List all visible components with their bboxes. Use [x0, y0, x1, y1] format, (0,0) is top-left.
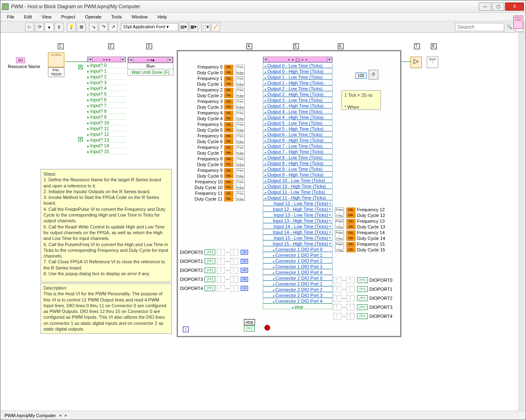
- output-terminal-14[interactable]: Output 7 - Low Time (Ticks): [263, 143, 332, 148]
- step-out-button[interactable]: ↗: [109, 23, 118, 32]
- input-tick-terminal-3[interactable]: Input 13 - High Time (Ticks): [263, 217, 332, 223]
- dioport-in-3[interactable]: DIOPORT3[TF]U8: [179, 275, 248, 284]
- output-terminal-16[interactable]: Output 8 - Low Time (Ticks): [263, 154, 332, 160]
- input-tick-terminal-0[interactable]: Input 12 - Low Time (Ticks): [263, 200, 332, 206]
- stop-control[interactable]: stop [TF]: [244, 319, 255, 331]
- connector-terminal-7[interactable]: Connector 2 DIO Port 2: [263, 286, 332, 292]
- dioport-in-1[interactable]: DIOPORT1[TF]U8: [179, 257, 248, 266]
- connector-terminal-6[interactable]: Connector 2 DIO Port 1: [263, 281, 332, 286]
- run-continuous-button[interactable]: ⟳: [35, 23, 44, 32]
- input-terminal-4[interactable]: Input? 4: [87, 85, 126, 91]
- connector-terminal-1[interactable]: Connector 1 DIO Port 1: [263, 252, 332, 258]
- output-terminal-17[interactable]: Output 8 - High Time (Ticks): [263, 160, 332, 166]
- output-terminal-2[interactable]: Output 1 - Low Time (Ticks): [263, 74, 332, 80]
- input-tick-terminal-7[interactable]: Input 15 - High Time (Ticks): [263, 240, 332, 246]
- input-tick-terminal-5[interactable]: Input 14 - High Time (Ticks): [263, 229, 332, 235]
- menu-view[interactable]: View: [37, 14, 57, 20]
- connector-terminal-8[interactable]: Connector 2 DIO Port 3: [263, 292, 332, 298]
- output-terminal-0[interactable]: Output 0 - Low Time (Ticks): [263, 62, 332, 68]
- input-terminal-6[interactable]: Input? 6: [87, 97, 126, 103]
- maximize-button[interactable]: ▢: [492, 2, 504, 11]
- output-terminal-9[interactable]: Output 4 - High Time (Ticks): [263, 114, 332, 120]
- read-write-control-node[interactable]: ◂∘ ∘ ▢ ∘ ∘▸ Output 0 - Low Time (Ticks)O…: [263, 57, 332, 309]
- dioport-out-1[interactable]: [TF]DIOPORT1: [333, 285, 394, 294]
- connector-terminal-4[interactable]: Connector 1 DIO Port 4: [263, 269, 332, 275]
- input-terminal-13[interactable]: Input? 13: [87, 137, 126, 143]
- align-button[interactable]: ▤▾: [179, 23, 188, 32]
- connector-terminal-2[interactable]: Connector 1 DIO Port 2: [263, 258, 332, 263]
- input-terminal-11[interactable]: Input? 11: [87, 126, 126, 131]
- connector-terminal-0[interactable]: Connector 1 DIO Port 0: [263, 246, 332, 252]
- input-tick-terminal-4[interactable]: Input 14 - Low Time (Ticks): [263, 223, 332, 229]
- output-terminal-22[interactable]: Output 11 - Low Time (Ticks): [263, 189, 332, 194]
- close-fpga-ref-node[interactable]: ▷: [410, 57, 422, 68]
- input-terminal-14[interactable]: Input? 14: [87, 143, 126, 148]
- close-button[interactable]: X: [505, 2, 524, 11]
- input-terminal-10[interactable]: Input? 10: [87, 120, 126, 126]
- true-constant[interactable]: T: [78, 137, 83, 142]
- cleanup-button[interactable]: 🧹: [211, 23, 220, 32]
- wait-ms-icon[interactable]: ⏱: [369, 70, 378, 80]
- output-terminal-23[interactable]: Output 11 - High Time (Ticks): [263, 194, 332, 200]
- font-selector[interactable]: 15pt Application Font ▾: [121, 23, 178, 31]
- input-terminal-15[interactable]: Input? 15: [87, 148, 126, 154]
- output-terminal-12[interactable]: Output 6 - Low Time (Ticks): [263, 131, 332, 137]
- retain-wire-button[interactable]: ⊞: [77, 23, 86, 32]
- input-tick-terminal-1[interactable]: Input 12 - High Time (Ticks): [263, 206, 332, 212]
- output-terminal-20[interactable]: Output 10 - Low Time (Ticks): [263, 177, 332, 183]
- input-terminal-5[interactable]: Input? 5: [87, 91, 126, 97]
- step-into-button[interactable]: ↘: [89, 23, 98, 32]
- false-constant[interactable]: F: [78, 65, 83, 69]
- error-handler-node[interactable]: Error!: [427, 57, 438, 68]
- input-terminal-7[interactable]: Input? 7: [87, 103, 126, 108]
- output-terminal-5[interactable]: Output 2 - High Time (Ticks): [263, 91, 332, 97]
- output-terminal-11[interactable]: Output 5 - High Time (Ticks): [263, 126, 332, 131]
- status-nav-left[interactable]: ◂: [57, 413, 63, 418]
- input-terminal-1[interactable]: Input? 1: [87, 68, 126, 74]
- menu-tools[interactable]: Tools: [106, 14, 127, 20]
- menu-project[interactable]: Project: [56, 14, 80, 20]
- output-terminal-6[interactable]: Output 3 - Low Time (Ticks): [263, 97, 332, 103]
- reorder-button[interactable]: ⬚▾: [201, 23, 210, 32]
- open-fpga-ref-node[interactable]: LV FPGA PXI-7831R: [48, 52, 64, 77]
- dioport-in-4[interactable]: DIOPORT4[TF]U8: [179, 284, 248, 293]
- connector-terminal-9[interactable]: Connector 2 DIO Port 4: [263, 298, 332, 304]
- block-diagram-canvas[interactable]: 1. 2. 3. 4. 5. 6. 7. 8. I/O Resource Nam…: [0, 33, 519, 411]
- dioport-in-0[interactable]: DIOPORT0[TF]U8: [179, 248, 248, 257]
- output-terminal-4[interactable]: Output 2 - Low Time (Ticks): [263, 85, 332, 91]
- output-terminal-21[interactable]: Output 10 - High Time (Ticks): [263, 183, 332, 189]
- connector-terminal-5[interactable]: Connector 2 DIO Port 0: [263, 275, 332, 281]
- output-terminal-10[interactable]: Output 5 - Low Time (Ticks): [263, 120, 332, 126]
- search-icon[interactable]: 🔍: [505, 23, 514, 32]
- output-terminal-3[interactable]: Output 1 - High Time (Ticks): [263, 80, 332, 85]
- step-over-button[interactable]: ↷: [99, 23, 108, 32]
- input-terminal-9[interactable]: Input? 9: [87, 114, 126, 120]
- loop-iteration-terminal[interactable]: i: [183, 326, 189, 332]
- input-terminal-0[interactable]: Input? 0: [87, 62, 126, 68]
- input-terminal-8[interactable]: Input? 8: [87, 108, 126, 114]
- highlight-button[interactable]: 💡: [67, 23, 76, 32]
- dioport-out-0[interactable]: [TF]DIOPORT0: [333, 276, 394, 285]
- vertical-scrollbar[interactable]: [519, 33, 526, 411]
- dioport-out-3[interactable]: [TF]DIOPORT3: [333, 303, 394, 312]
- output-terminal-18[interactable]: Output 9 - Low Time (Ticks): [263, 166, 332, 171]
- connector-terminal-3[interactable]: Connector 1 DIO Port 3: [263, 263, 332, 269]
- input-tick-terminal-2[interactable]: Input 13 - Low Time (Ticks): [263, 212, 332, 217]
- output-terminal-19[interactable]: Output 9 - High Time (Ticks): [263, 171, 332, 177]
- output-terminal-1[interactable]: Output 0 - High Time (Ticks): [263, 68, 332, 74]
- output-terminal-8[interactable]: Output 4 - Low Time (Ticks): [263, 108, 332, 114]
- input-tick-terminal-6[interactable]: Input 15 - Low Time (Ticks): [263, 235, 332, 240]
- status-nav-right[interactable]: ▸: [63, 413, 69, 418]
- loop-delay-constant[interactable]: 100: [355, 73, 367, 79]
- search-input[interactable]: [455, 23, 504, 31]
- dioport-in-2[interactable]: DIOPORT2[TF]U8: [179, 266, 248, 275]
- minimize-button[interactable]: —: [479, 2, 491, 11]
- loop-stop-terminal[interactable]: [264, 325, 270, 331]
- input-terminal-3[interactable]: Input? 3: [87, 80, 126, 85]
- run-button[interactable]: ▷: [25, 23, 34, 32]
- menu-file[interactable]: File: [2, 14, 19, 20]
- distribute-button[interactable]: ▦▾: [189, 23, 198, 32]
- menu-operate[interactable]: Operate: [80, 14, 107, 20]
- abort-button[interactable]: ●: [45, 23, 54, 32]
- output-terminal-15[interactable]: Output 7 - High Time (Ticks): [263, 148, 332, 154]
